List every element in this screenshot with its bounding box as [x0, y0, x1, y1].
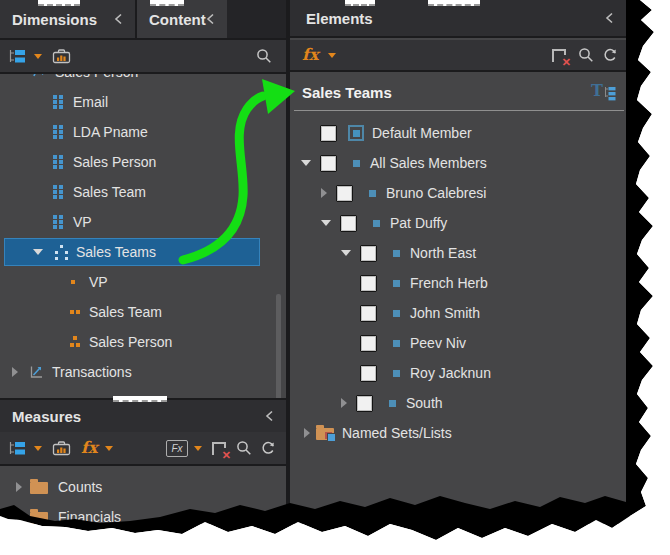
tree-row[interactable]: Transactions — [0, 357, 286, 387]
member-row[interactable]: Default Member — [290, 118, 630, 148]
member-checkbox[interactable] — [360, 305, 377, 322]
member-checkbox[interactable] — [360, 275, 377, 292]
measures-tree: Counts Financials — [0, 468, 286, 524]
tree-row[interactable]: Sales Person — [0, 74, 286, 87]
collapse-chevron-icon[interactable] — [114, 13, 123, 25]
collapse-chevron-icon[interactable] — [605, 12, 614, 24]
member-row[interactable]: Bruno Calebresi — [290, 178, 630, 208]
member-checkbox[interactable] — [360, 245, 377, 262]
member-square-icon — [393, 310, 400, 317]
member-checkbox[interactable] — [320, 125, 337, 142]
collapse-chevron-icon[interactable] — [206, 13, 215, 25]
member-label: Bruno Calebresi — [386, 185, 486, 201]
tree-row-label: LDA Pname — [73, 124, 148, 140]
collapsed-triangle-icon[interactable] — [16, 512, 22, 522]
search-icon[interactable] — [578, 47, 594, 63]
dropdown-caret[interactable] — [194, 446, 202, 451]
user-hierarchy-icon — [55, 245, 68, 259]
tree-row[interactable]: Counts — [0, 472, 286, 502]
collapsed-triangle-icon[interactable] — [304, 428, 310, 438]
torn-chip — [38, 0, 80, 6]
member-row[interactable]: Peev Niv — [290, 328, 630, 358]
tab-dimensions-label: Dimensions — [12, 11, 97, 28]
fx-icon[interactable]: fx — [302, 47, 318, 63]
tree-row[interactable]: Sales Team — [0, 297, 286, 327]
measures-toolbar: fx Fx ✕ — [0, 432, 286, 466]
level-2-dots-icon — [70, 306, 80, 318]
collapse-chevron-icon[interactable] — [265, 410, 274, 422]
tree-row[interactable]: LDA Pname — [0, 117, 286, 147]
member-row[interactable]: John Smith — [290, 298, 630, 328]
dropdown-caret[interactable] — [34, 446, 42, 451]
attribute-grid-icon — [53, 95, 64, 109]
default-member-icon — [348, 125, 364, 141]
fx-icon[interactable]: fx — [81, 440, 97, 456]
clear-selection-icon[interactable]: ✕ — [212, 442, 226, 455]
member-label: All Sales Members — [370, 155, 487, 171]
torn-chip — [428, 0, 480, 6]
tree-list-icon[interactable] — [8, 441, 26, 456]
collapsed-triangle-icon[interactable] — [321, 188, 327, 198]
tree-row[interactable]: Sales Person — [0, 147, 286, 177]
clear-selection-icon[interactable]: ✕ — [552, 49, 566, 62]
expanded-triangle-icon[interactable] — [301, 160, 311, 166]
tree-list-icon[interactable] — [8, 49, 26, 64]
dimensions-tree: Sales Person Email LDA Pname Sales Perso… — [0, 74, 286, 398]
text-hierarchy-icon[interactable]: T — [591, 83, 616, 102]
briefcase-chart-icon[interactable] — [52, 48, 71, 64]
member-label: Default Member — [372, 125, 472, 141]
tree-row[interactable]: VP — [0, 207, 286, 237]
tree-row[interactable]: Sales Person — [0, 327, 286, 357]
member-row[interactable]: South — [290, 388, 630, 418]
member-checkbox[interactable] — [320, 155, 337, 172]
tab-content-label: Content — [149, 11, 206, 28]
member-row[interactable]: Roy Jacknun — [290, 358, 630, 388]
tree-row[interactable]: Sales Team — [0, 177, 286, 207]
dropdown-caret[interactable] — [328, 53, 336, 58]
member-row[interactable]: French Herb — [290, 268, 630, 298]
collapsed-triangle-icon[interactable] — [16, 482, 22, 492]
member-row[interactable]: All Sales Members — [290, 148, 630, 178]
scrollbar-thumb[interactable] — [276, 294, 281, 398]
tree-row-label: Sales Person — [55, 74, 138, 80]
member-checkbox[interactable] — [340, 215, 357, 232]
member-checkbox[interactable] — [336, 185, 353, 202]
collapsed-triangle-icon[interactable] — [12, 367, 18, 377]
tree-row[interactable]: Email — [0, 87, 286, 117]
refresh-icon[interactable] — [260, 440, 276, 456]
tree-row-label: VP — [73, 214, 92, 230]
tree-row-label: Counts — [58, 479, 102, 495]
elements-tree: Default Member All Sales Members Bruno C… — [290, 112, 630, 524]
measures-title: Measures — [12, 408, 81, 425]
dropdown-caret[interactable] — [105, 446, 113, 451]
fx-box-icon[interactable]: Fx — [166, 440, 188, 457]
tree-row[interactable]: Financials — [0, 502, 286, 532]
member-row[interactable]: North East — [290, 238, 630, 268]
dropdown-caret[interactable] — [34, 54, 42, 59]
collapsed-triangle-icon[interactable] — [341, 398, 347, 408]
member-checkbox[interactable] — [356, 395, 373, 412]
tree-row-selected[interactable]: Sales Teams — [4, 238, 260, 266]
member-square-icon — [393, 250, 400, 257]
tree-row-label: Sales Person — [73, 154, 156, 170]
expanded-triangle-icon[interactable] — [341, 250, 351, 256]
member-label: Pat Duffy — [390, 215, 447, 231]
search-icon[interactable] — [256, 48, 272, 64]
expanded-triangle-icon[interactable] — [33, 249, 43, 255]
member-row[interactable]: Pat Duffy — [290, 208, 630, 238]
named-sets-row[interactable]: Named Sets/Lists — [290, 418, 630, 448]
briefcase-chart-icon[interactable] — [52, 440, 71, 456]
search-icon[interactable] — [236, 440, 252, 456]
folder-icon — [30, 512, 48, 524]
expanded-triangle-icon[interactable] — [321, 220, 331, 226]
tree-row[interactable]: VP — [0, 267, 286, 297]
refresh-icon[interactable] — [602, 47, 618, 63]
member-square-icon — [393, 280, 400, 287]
level-3-pyramid-icon — [70, 336, 80, 348]
torn-chip — [345, 0, 375, 6]
member-checkbox[interactable] — [360, 365, 377, 382]
tree-row-label: Sales Teams — [76, 244, 156, 260]
tree-row-label: Sales Person — [89, 334, 172, 350]
member-square-icon — [389, 400, 396, 407]
member-checkbox[interactable] — [360, 335, 377, 352]
